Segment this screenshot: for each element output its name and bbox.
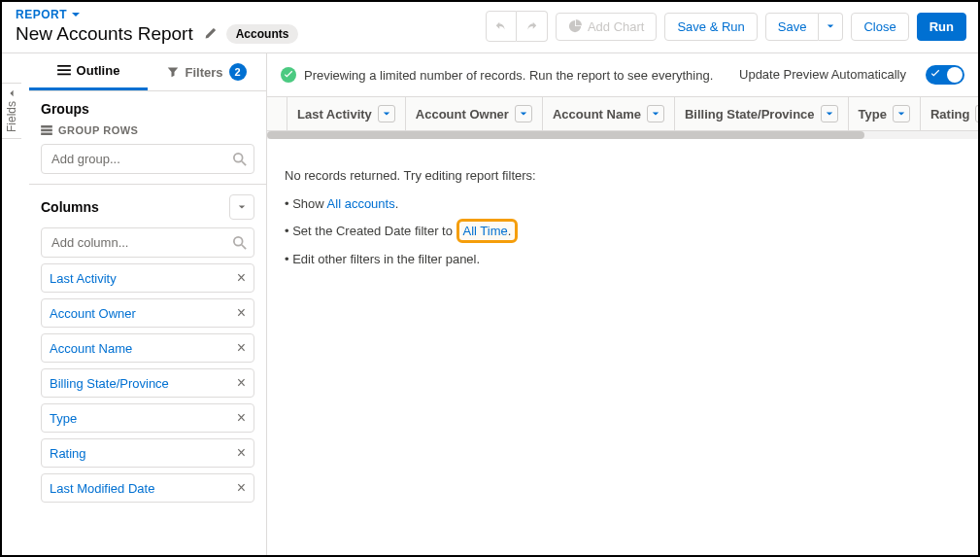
chevron-down-icon — [238, 203, 246, 211]
column-filter-button[interactable] — [893, 105, 910, 122]
report-type-label[interactable]: REPORT — [16, 8, 486, 21]
column-item[interactable]: Last Modified Date× — [41, 473, 254, 503]
table: Last ActivityAccount OwnerAccount NameBi… — [267, 96, 978, 139]
svg-point-0 — [234, 153, 243, 161]
edit-title-icon[interactable] — [203, 27, 217, 41]
update-preview-toggle[interactable] — [926, 65, 964, 85]
date-prefix: Set the Created Date filter to — [292, 224, 456, 238]
table-header[interactable]: Type — [849, 97, 921, 130]
column-item-label: Billing State/Province — [50, 376, 169, 391]
add-group-search — [41, 144, 254, 174]
column-item-label: Rating — [50, 446, 86, 461]
row-number-header — [267, 97, 287, 130]
header: REPORT New Accounts Report Accounts Add — [2, 2, 978, 53]
remove-column-icon[interactable]: × — [237, 480, 246, 496]
header-actions: Add Chart Save & Run Save Close Run — [486, 11, 966, 42]
show-prefix: Show — [292, 196, 326, 211]
groups-section: Groups GROUP ROWS — [29, 91, 266, 185]
column-item[interactable]: Account Name× — [41, 333, 254, 363]
columns-title-row: Columns — [41, 194, 254, 220]
table-header-label: Account Name — [553, 107, 641, 122]
remove-column-icon[interactable]: × — [237, 270, 246, 286]
run-button[interactable]: Run — [917, 13, 966, 41]
chevron-down-icon — [520, 110, 527, 118]
column-item[interactable]: Account Owner× — [41, 298, 254, 328]
undo-button[interactable] — [486, 11, 517, 42]
column-item[interactable]: Last Activity× — [41, 263, 254, 293]
edit-other-text: Edit other filters in the filter panel. — [292, 252, 480, 266]
sidebar-tabs: Outline Filters 2 — [29, 53, 266, 91]
chevron-down-icon — [827, 22, 834, 30]
tab-filters[interactable]: Filters 2 — [148, 53, 266, 90]
add-group-input[interactable] — [41, 144, 254, 174]
chevron-down-icon — [652, 110, 659, 118]
report-type-badge: Accounts — [226, 24, 299, 44]
save-and-run-button[interactable]: Save & Run — [664, 13, 757, 41]
table-header[interactable]: Last Activity — [287, 97, 406, 130]
table-header-label: Type — [859, 107, 887, 122]
column-item[interactable]: Billing State/Province× — [41, 368, 254, 398]
column-filter-button[interactable] — [515, 105, 532, 122]
column-item[interactable]: Type× — [41, 403, 254, 433]
remove-column-icon[interactable]: × — [237, 445, 246, 461]
header-left: REPORT New Accounts Report Accounts — [16, 8, 486, 45]
save-group: Save — [765, 13, 844, 41]
remove-column-icon[interactable]: × — [237, 340, 246, 356]
search-icon — [233, 236, 247, 250]
close-button[interactable]: Close — [851, 13, 908, 41]
tab-outline[interactable]: Outline — [29, 53, 148, 90]
suggestion-show: • Show All accounts. — [285, 191, 961, 219]
add-chart-button[interactable]: Add Chart — [556, 13, 658, 41]
undo-icon — [494, 19, 508, 33]
all-time-link[interactable]: All Time — [463, 224, 508, 238]
column-item-label: Last Activity — [50, 271, 117, 286]
group-rows-text: GROUP ROWS — [58, 124, 138, 136]
svg-point-1 — [234, 236, 243, 245]
chart-icon — [568, 19, 582, 33]
preview-bar: Previewing a limited number of records. … — [267, 53, 978, 96]
all-time-highlight: All Time. — [456, 219, 519, 243]
add-column-search — [41, 227, 254, 258]
remove-column-icon[interactable]: × — [237, 305, 246, 321]
table-header-label: Rating — [930, 107, 969, 122]
redo-icon — [524, 19, 538, 33]
add-chart-label: Add Chart — [588, 19, 645, 34]
success-icon — [281, 67, 296, 83]
all-accounts-link[interactable]: All accounts — [327, 196, 395, 211]
preview-message-text: Previewing a limited number of records. … — [304, 68, 713, 83]
tab-outline-label: Outline — [77, 63, 120, 78]
fields-panel-toggle[interactable]: Fields — [2, 83, 21, 139]
column-filter-button[interactable] — [378, 105, 395, 122]
column-filter-button[interactable] — [647, 105, 664, 122]
table-header[interactable]: Account Owner — [406, 97, 543, 130]
table-header-label: Account Owner — [416, 107, 509, 122]
chevron-down-icon — [71, 10, 81, 19]
filters-count-badge: 2 — [229, 63, 247, 81]
no-records-message: No records returned. Try editing report … — [285, 162, 961, 191]
remove-column-icon[interactable]: × — [237, 410, 246, 426]
chevron-down-icon — [383, 110, 390, 118]
body: Fields Outline Filters 2 Groups — [2, 53, 978, 555]
fields-tab-label: Fields — [5, 101, 18, 132]
save-menu-button[interactable] — [819, 13, 843, 41]
table-header[interactable]: Account Name — [543, 97, 675, 130]
rows-icon — [41, 125, 52, 135]
table-header[interactable]: Billing State/Province — [675, 97, 849, 130]
column-item[interactable]: Rating× — [41, 438, 254, 468]
columns-menu-button[interactable] — [229, 194, 254, 220]
save-button[interactable]: Save — [765, 13, 820, 41]
add-column-input[interactable] — [41, 227, 254, 258]
column-filter-button[interactable] — [975, 105, 978, 122]
outline-icon — [57, 65, 71, 77]
column-item-label: Last Modified Date — [50, 481, 154, 496]
remove-column-icon[interactable]: × — [237, 375, 246, 391]
column-filter-button[interactable] — [821, 105, 838, 122]
columns-section: Columns Last Activity×Account Owner×Acco… — [29, 185, 266, 512]
table-header[interactable]: Rating — [921, 97, 978, 130]
groups-title: Groups — [41, 101, 254, 117]
table-header-label: Last Activity — [297, 107, 372, 122]
redo-button[interactable] — [517, 11, 548, 42]
horizontal-scrollbar[interactable] — [267, 131, 978, 139]
undo-redo-group — [486, 11, 548, 42]
update-preview-label: Update Preview Automatically — [739, 67, 906, 84]
